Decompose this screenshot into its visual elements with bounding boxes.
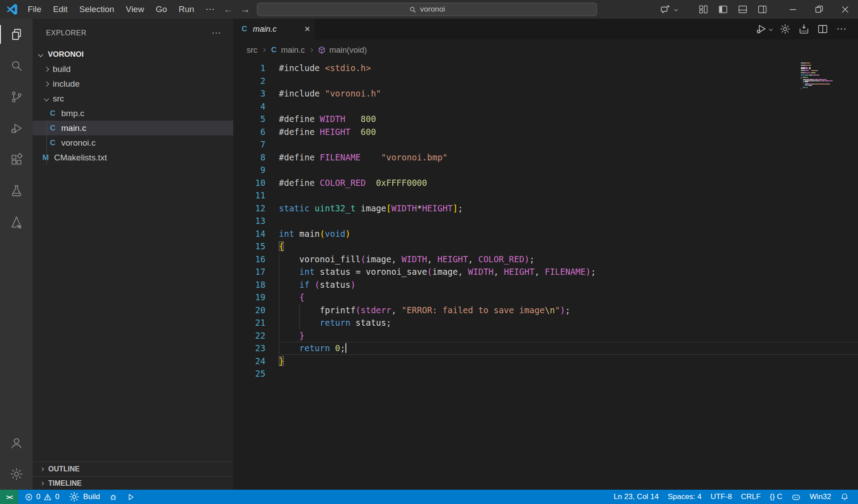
- debug-run-icon[interactable]: [752, 23, 776, 35]
- status-indentation[interactable]: Spaces: 4: [663, 492, 706, 501]
- line-number-18[interactable]: 18: [233, 278, 265, 291]
- code-line-17[interactable]: 17 int status = voronoi_save(image, WIDT…: [233, 265, 858, 278]
- line-number-19[interactable]: 19: [233, 291, 265, 304]
- activity-accounts[interactable]: [0, 427, 33, 458]
- status-build-button[interactable]: Build: [64, 491, 105, 503]
- line-number-24[interactable]: 24: [233, 355, 265, 368]
- tree-folder-include[interactable]: include: [33, 76, 233, 91]
- copilot-chat-icon[interactable]: [656, 0, 682, 19]
- code-line-19[interactable]: 19 {: [233, 291, 858, 304]
- tree-file-bmp-c[interactable]: Cbmp.c: [33, 106, 233, 121]
- tab-close-icon[interactable]: ×: [304, 24, 310, 34]
- activity-run-debug[interactable]: [0, 113, 33, 144]
- status-problems[interactable]: 00: [20, 492, 64, 501]
- activity-settings[interactable]: [0, 458, 33, 490]
- code-line-18[interactable]: 18 if (status): [233, 278, 858, 291]
- line-number-13[interactable]: 13: [233, 214, 265, 227]
- line-number-23[interactable]: 23: [233, 342, 265, 355]
- split-editor-icon[interactable]: [813, 23, 832, 35]
- code-line-24[interactable]: 24}: [233, 355, 858, 368]
- code-line-12[interactable]: 12static uint32_t image[WIDTH*HEIGHT];: [233, 202, 858, 215]
- line-number-2[interactable]: 2: [233, 75, 265, 88]
- line-number-10[interactable]: 10: [233, 176, 265, 189]
- line-number-20[interactable]: 20: [233, 304, 265, 317]
- line-number-3[interactable]: 3: [233, 87, 265, 100]
- code-line-13[interactable]: 13: [233, 214, 858, 227]
- line-number-22[interactable]: 22: [233, 329, 265, 342]
- toggle-sidebar-right-icon[interactable]: [753, 0, 772, 19]
- line-number-11[interactable]: 11: [233, 189, 265, 202]
- activity-extensions[interactable]: [0, 144, 33, 175]
- status-language-mode[interactable]: {} C: [765, 492, 786, 501]
- menubar-more-icon[interactable]: [200, 4, 220, 15]
- line-number-21[interactable]: 21: [233, 316, 265, 329]
- line-number-8[interactable]: 8: [233, 151, 265, 164]
- line-number-15[interactable]: 15: [233, 240, 265, 253]
- menu-file[interactable]: File: [22, 0, 47, 19]
- line-number-14[interactable]: 14: [233, 227, 265, 240]
- tree-folder-build[interactable]: build: [33, 62, 233, 76]
- menu-view[interactable]: View: [120, 0, 150, 19]
- line-number-16[interactable]: 16: [233, 253, 265, 266]
- window-restore-button[interactable]: [806, 0, 832, 19]
- menu-run[interactable]: Run: [173, 0, 200, 19]
- code-area[interactable]: 1#include <stdio.h>23#include "voronoi.h…: [233, 61, 858, 490]
- tree-folder-src[interactable]: src: [33, 91, 233, 106]
- window-minimize-button[interactable]: [780, 0, 806, 19]
- line-number-4[interactable]: 4: [233, 100, 265, 113]
- status-encoding[interactable]: UTF-8: [706, 492, 736, 501]
- code-line-2[interactable]: 2: [233, 75, 858, 88]
- code-line-20[interactable]: 20 fprintf(stderr, "ERROR: failed to sav…: [233, 304, 858, 317]
- code-line-22[interactable]: 22 }: [233, 329, 858, 342]
- activity-testing[interactable]: [0, 175, 33, 206]
- code-line-10[interactable]: 10#define COLOR_RED 0xFFFF0000: [233, 176, 858, 189]
- status-notifications[interactable]: [836, 492, 854, 501]
- status-platform[interactable]: Win32: [805, 492, 836, 501]
- toggle-sidebar-left-icon[interactable]: [713, 0, 733, 19]
- line-number-9[interactable]: 9: [233, 164, 265, 176]
- more-actions-icon[interactable]: [832, 23, 851, 35]
- menu-go[interactable]: Go: [150, 0, 172, 19]
- code-line-7[interactable]: 7: [233, 138, 858, 151]
- activity-cmake[interactable]: [0, 206, 33, 238]
- code-line-6[interactable]: 6#define HEIGHT 600: [233, 126, 858, 139]
- code-line-11[interactable]: 11: [233, 189, 858, 202]
- menu-selection[interactable]: Selection: [73, 0, 120, 19]
- code-line-1[interactable]: 1#include <stdio.h>: [233, 62, 858, 75]
- line-number-25[interactable]: 25: [233, 367, 265, 380]
- window-close-button[interactable]: [832, 0, 858, 19]
- code-line-4[interactable]: 4: [233, 100, 858, 113]
- status-debug-button[interactable]: [105, 493, 122, 501]
- code-line-8[interactable]: 8#define FILENAME "voronoi.bmp": [233, 151, 858, 164]
- load-output-icon[interactable]: [795, 23, 813, 35]
- status-eol[interactable]: CRLF: [736, 492, 765, 501]
- tree-file-voronoi-c[interactable]: Cvoronoi.c: [33, 135, 233, 150]
- code-line-3[interactable]: 3#include "voronoi.h": [233, 87, 858, 100]
- menu-edit[interactable]: Edit: [47, 0, 74, 19]
- minimap[interactable]: [801, 63, 837, 90]
- settings-gear-icon[interactable]: [776, 23, 795, 35]
- workspace-row[interactable]: VORONOI: [33, 47, 233, 62]
- explorer-more-icon[interactable]: [211, 28, 222, 38]
- code-line-25[interactable]: 25: [233, 367, 858, 380]
- back-arrow-icon[interactable]: ←: [223, 4, 233, 15]
- code-line-9[interactable]: 9: [233, 164, 858, 176]
- layout-customize-icon[interactable]: [694, 0, 713, 19]
- line-number-12[interactable]: 12: [233, 202, 265, 215]
- code-line-15[interactable]: 15{: [233, 240, 858, 253]
- tree-file-main-c[interactable]: Cmain.c: [33, 121, 233, 135]
- toggle-panel-icon[interactable]: [733, 0, 753, 19]
- line-number-6[interactable]: 6: [233, 126, 265, 139]
- breadcrumb-item-2[interactable]: Cmain.c: [270, 46, 305, 55]
- line-number-17[interactable]: 17: [233, 265, 265, 278]
- activity-explorer[interactable]: [0, 19, 33, 50]
- breadcrumb-item-3[interactable]: main(void): [317, 46, 367, 55]
- activity-source-control[interactable]: [0, 81, 33, 113]
- status-run-button[interactable]: [122, 493, 139, 501]
- activity-search[interactable]: [0, 50, 33, 81]
- line-number-1[interactable]: 1: [233, 62, 265, 75]
- line-number-5[interactable]: 5: [233, 113, 265, 126]
- code-line-16[interactable]: 16 voronoi_fill(image, WIDTH, HEIGHT, CO…: [233, 253, 858, 266]
- tree-file-CMakelists-txt[interactable]: MCMakelists.txt: [33, 150, 233, 165]
- status-cursor-position[interactable]: Ln 23, Col 14: [609, 492, 663, 501]
